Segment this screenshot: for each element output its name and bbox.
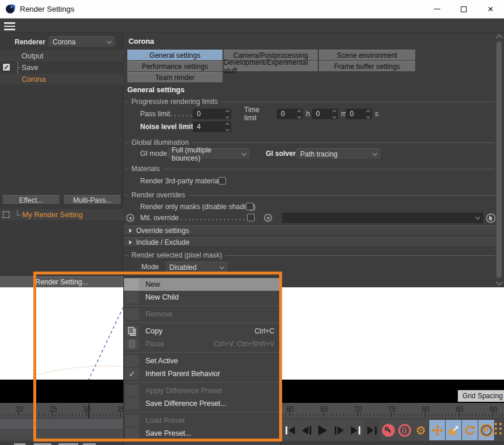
close-button[interactable]: ×	[477, 0, 504, 18]
ruler-frame-label: 90	[489, 405, 497, 413]
next-frame-button[interactable]	[331, 420, 347, 440]
key-parameter-toggle[interactable]: P	[478, 420, 494, 440]
window-title: Render Settings	[20, 5, 74, 13]
time-limit-label: Time limit	[244, 109, 273, 119]
section-heading: General settings	[127, 86, 185, 94]
goto-next-key-icon	[351, 426, 357, 434]
tree-item-corona[interactable]: Corona	[0, 74, 123, 85]
settings-content-panel: Corona General settings Camera/Postproce…	[124, 33, 504, 287]
seconds-unit: s	[375, 109, 378, 119]
chevron-down-icon	[373, 151, 377, 155]
tree-item-output[interactable]: Output	[0, 50, 123, 61]
parameter-p-icon: P	[480, 424, 493, 437]
mtl-override-radio-icon[interactable]	[126, 214, 134, 222]
gi-solver-label: GI solver	[266, 148, 296, 159]
chevron-down-icon	[107, 39, 112, 43]
mtl-override-label: Mtl. override . . . . . . . . . . . . . …	[140, 213, 245, 223]
mode-dropdown[interactable]: Disabled	[165, 262, 228, 272]
mtl-override-checkbox[interactable]	[247, 214, 255, 221]
ruler-frame-label: 70	[354, 405, 362, 413]
settings-tree-panel: Renderer Corona Output Save Corona	[0, 33, 123, 287]
noise-level-label: Noise level limit	[140, 121, 193, 132]
render-setting-item[interactable]: My Render Setting	[0, 209, 123, 220]
gi-mode-dropdown[interactable]: Full (multiple bounces)	[168, 148, 250, 159]
pass-limit-input[interactable]: 0	[193, 109, 231, 119]
hamburger-menu-icon[interactable]	[4, 22, 15, 30]
pick-object-icon[interactable]	[486, 213, 496, 223]
window-titlebar[interactable]: Render Settings ×	[0, 0, 504, 19]
tree-branch-icon	[17, 210, 21, 215]
goto-start-button[interactable]	[282, 420, 298, 440]
previous-frame-button[interactable]	[298, 420, 314, 440]
time-limit-hours-input[interactable]: 0	[277, 109, 303, 119]
tab-performance-settings[interactable]: Performance settings	[127, 61, 223, 71]
effect-button[interactable]: Effect...	[2, 195, 60, 205]
maximize-icon	[461, 6, 467, 12]
previous-frame-icon	[302, 426, 308, 434]
expand-triangle-icon	[129, 240, 132, 245]
goto-end-button[interactable]	[364, 420, 380, 440]
tree-item-save[interactable]: Save	[0, 62, 123, 73]
tab-scene-environment[interactable]: Scene environment	[319, 50, 415, 60]
mtl-link-radio-icon[interactable]	[264, 214, 272, 222]
override-settings-collapser[interactable]: Override settings	[124, 225, 498, 235]
scroll-up-icon[interactable]	[496, 34, 502, 41]
ruler-frame-label: 85	[456, 405, 463, 413]
renderer-value: Corona	[53, 38, 75, 46]
gi-solver-dropdown[interactable]: Path tracing	[296, 148, 381, 159]
play-icon	[318, 425, 327, 436]
annotation-highlight-box	[33, 272, 282, 441]
next-frame-icon	[338, 426, 344, 434]
multipass-button[interactable]: Multi-Pass...	[63, 195, 121, 205]
noise-level-input[interactable]: 4	[193, 121, 231, 132]
third-party-checkbox[interactable]	[218, 177, 226, 185]
goto-next-key-button[interactable]	[347, 420, 363, 440]
hours-unit: h	[306, 109, 310, 119]
scrollbar-thumb[interactable]	[496, 41, 502, 278]
minimize-button[interactable]	[423, 0, 450, 18]
autokey-button[interactable]: ()	[397, 420, 412, 440]
save-checkbox[interactable]: ✓	[2, 63, 11, 71]
ruler-frame-label: 80	[422, 405, 429, 413]
include-exclude-collapser[interactable]: Include / Exclude	[124, 237, 498, 247]
mode-label: Mode	[140, 262, 159, 272]
window-toolbar	[0, 19, 504, 33]
render-settings-window: Render Settings × Renderer Corona	[0, 0, 504, 287]
play-button[interactable]	[315, 420, 331, 440]
close-icon: ×	[488, 4, 493, 14]
renderer-dropdown[interactable]: Corona	[48, 36, 115, 47]
autokey-icon: ()	[398, 424, 411, 437]
tab-frame-buffer-settings[interactable]: Frame buffer settings	[319, 61, 415, 71]
spinner-icon[interactable]	[226, 110, 229, 118]
time-limit-minutes-input[interactable]: 0	[312, 109, 338, 119]
scroll-down-icon[interactable]	[496, 279, 502, 285]
group-render-overrides: Render overrides	[125, 191, 495, 199]
chevron-down-icon	[242, 151, 246, 155]
tab-general-settings[interactable]: General settings	[127, 50, 223, 60]
tab-development-experimental[interactable]: Development/Experimental stuff	[224, 61, 318, 71]
render-masks-checkbox[interactable]	[246, 203, 253, 210]
chevron-down-icon	[220, 264, 224, 269]
vertical-scrollbar[interactable]	[495, 34, 503, 287]
key-scale-toggle[interactable]	[446, 420, 461, 440]
ruler-frame-label: 65	[320, 405, 328, 413]
key-rotation-toggle[interactable]	[462, 420, 478, 440]
spinner-icon[interactable]	[226, 123, 229, 131]
spinner-icon[interactable]	[298, 110, 301, 118]
renderer-label: Renderer	[15, 38, 46, 46]
minimize-icon	[434, 9, 440, 10]
palette-dots-icon[interactable]	[495, 420, 503, 440]
cinema4d-app: Grid Spacing 20 25 30 35 60 65 70 75 80 …	[0, 0, 504, 445]
grid-spacing-tooltip: Grid Spacing	[458, 390, 504, 402]
ruler-frame-label: 20	[15, 405, 23, 413]
keying-settings-button[interactable]: ⚙	[413, 420, 429, 440]
tab-team-render[interactable]: Team render	[127, 72, 223, 82]
panel-header: Corona	[128, 37, 154, 46]
spinner-icon[interactable]	[367, 110, 370, 118]
spinner-icon[interactable]	[333, 110, 336, 118]
mtl-override-field[interactable]	[282, 213, 484, 223]
record-keyframe-button[interactable]	[380, 420, 396, 440]
maximize-button[interactable]	[450, 0, 477, 18]
key-position-toggle[interactable]	[429, 420, 445, 440]
time-limit-seconds-input[interactable]: 0	[346, 109, 372, 119]
